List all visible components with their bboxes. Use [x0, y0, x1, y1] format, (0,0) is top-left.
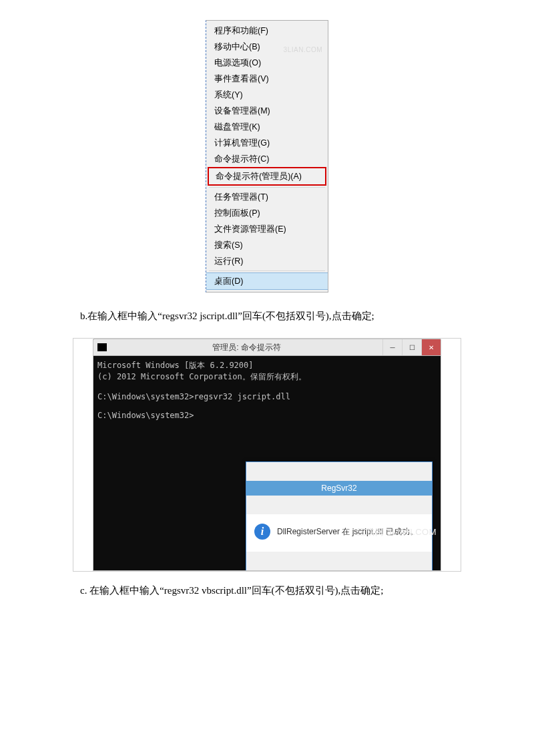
maximize-button[interactable]: ☐: [402, 339, 421, 355]
step-c-text: c. 在输入框中输入“regsvr32 vbscript.dll”回车(不包括双…: [60, 582, 474, 600]
minimize-button[interactable]: ─: [382, 339, 402, 355]
menu-separator-2: [209, 270, 325, 271]
menu-item-diskmgmt[interactable]: 磁盘管理(K): [206, 119, 328, 135]
cmd-window: 管理员: 命令提示符 ─ ☐ ✕ Microsoft Windows [版本 6…: [93, 339, 441, 571]
cmd-figure: 管理员: 命令提示符 ─ ☐ ✕ Microsoft Windows [版本 6…: [73, 339, 461, 571]
menu-item-mobility[interactable]: 移动中心(B): [206, 39, 328, 55]
menu-highlight-box: 命令提示符(管理员)(A): [208, 167, 326, 186]
cmd-line-4: C:\Windows\system32>: [97, 411, 194, 420]
console-watermark: 三联网 3LIAN.COM: [357, 526, 437, 538]
step-b-text: b.在输入框中输入“regsvr32 jscript.dll”回车(不包括双引号…: [60, 307, 474, 325]
menu-item-cmd[interactable]: 命令提示符(C): [206, 151, 328, 167]
menu-item-desktop[interactable]: 桌面(D): [206, 272, 328, 290]
menu-item-taskmgr[interactable]: 任务管理器(T): [206, 189, 328, 205]
menu-item-controlpanel[interactable]: 控制面板(P): [206, 205, 328, 221]
cmd-title: 管理员: 命令提示符: [111, 342, 382, 353]
menu-item-power[interactable]: 电源选项(O): [206, 55, 328, 71]
cmd-line-2: (c) 2012 Microsoft Corporation。保留所有权利。: [97, 372, 306, 381]
cmd-line-1: Microsoft Windows [版本 6.2.9200]: [97, 361, 254, 370]
menu-item-compmgmt[interactable]: 计算机管理(G): [206, 135, 328, 151]
winx-menu: 3LIAN.COM 程序和功能(F) 移动中心(B) 电源选项(O) 事件查看器…: [206, 20, 328, 293]
context-menu-figure: 3LIAN.COM 程序和功能(F) 移动中心(B) 电源选项(O) 事件查看器…: [60, 20, 474, 293]
menu-item-explorer[interactable]: 文件资源管理器(E): [206, 221, 328, 237]
close-button[interactable]: ✕: [421, 339, 441, 355]
dialog-title: RegSvr32: [246, 481, 432, 496]
menu-separator: [209, 187, 325, 188]
menu-item-search[interactable]: 搜索(S): [206, 237, 328, 253]
menu-item-system[interactable]: 系统(Y): [206, 87, 328, 103]
regsvr32-dialog: RegSvr32 i DllRegisterServer 在 jscript.d…: [246, 461, 433, 571]
cmd-line-3: C:\Windows\system32>regsvr32 jscript.dll: [97, 392, 290, 401]
menu-item-eventviewer[interactable]: 事件查看器(V): [206, 71, 328, 87]
menu-item-devicemgr[interactable]: 设备管理器(M): [206, 103, 328, 119]
info-icon: i: [254, 524, 270, 540]
menu-item-cmd-admin[interactable]: 命令提示符(管理员)(A): [209, 168, 325, 184]
cmd-output: Microsoft Windows [版本 6.2.9200] (c) 2012…: [93, 356, 441, 570]
menu-item-run[interactable]: 运行(R): [206, 253, 328, 269]
cmd-titlebar: 管理员: 命令提示符 ─ ☐ ✕: [93, 339, 441, 356]
menu-item-programs[interactable]: 程序和功能(F): [206, 23, 328, 39]
cmd-icon: [97, 343, 107, 351]
